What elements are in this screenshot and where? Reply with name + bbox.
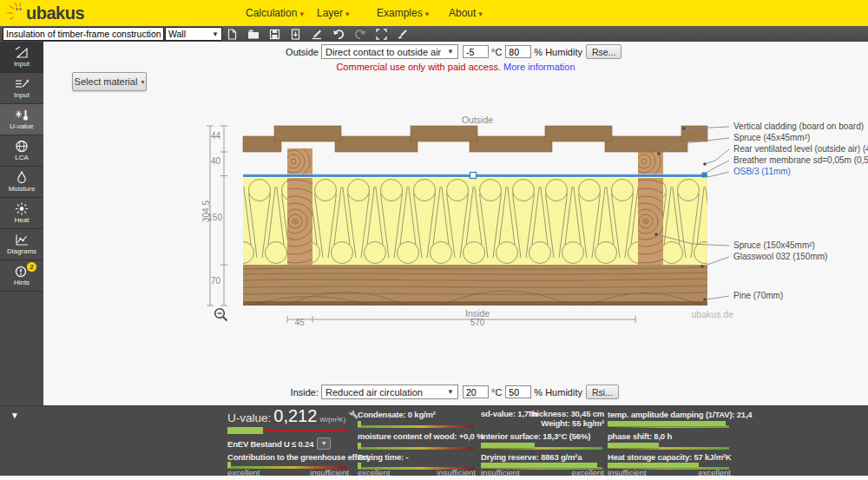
sidebar-item-label: Hints: [14, 279, 30, 286]
inside-condition-select[interactable]: Reduced air circulation ▼: [321, 385, 458, 399]
menu-examples[interactable]: Examples▾: [377, 7, 429, 19]
new-document-icon[interactable]: [227, 29, 238, 40]
membrane-osb-layer[interactable]: [243, 173, 707, 179]
standard-select-button[interactable]: ▼: [317, 437, 331, 450]
sidebar-item-label: Moisture: [9, 185, 36, 193]
more-information-link[interactable]: More information: [503, 62, 575, 72]
sidebar-item-input-geometry[interactable]: Input: [0, 42, 43, 73]
fit-view-icon[interactable]: [376, 29, 387, 40]
rse-button[interactable]: Rse...: [586, 44, 621, 59]
redo-icon[interactable]: [354, 29, 366, 40]
greenhouse-label: Contribution to the greenhouse effect:: [227, 452, 372, 462]
phase-shift-fill: [608, 443, 659, 449]
results-panel: ▼ U-value: 0,212 W/(m²K) EnEV Bestand U …: [0, 405, 868, 477]
chevron-down-icon: ▼: [447, 48, 454, 56]
phase-shift-label: phase shift: 8,0 h: [608, 431, 672, 441]
menu-layer[interactable]: Layer▾: [317, 7, 350, 19]
license-notice: Commercial use only with paid access. Mo…: [308, 62, 603, 72]
sidebar-item-input-list[interactable]: Input: [0, 73, 43, 104]
u-value-bar-remainder: [263, 430, 347, 431]
inside-humidity-input[interactable]: [505, 385, 531, 398]
bottom-strip: [0, 476, 868, 480]
cladding-layer[interactable]: [243, 126, 707, 152]
sidebar-item-lca[interactable]: LCA: [0, 135, 43, 167]
u-value-label: U-value:: [227, 411, 271, 424]
results-col-moisture: Condensate: 0 kg/m² moisture content of …: [358, 406, 476, 477]
sun-icon: [15, 202, 29, 215]
sign-icon[interactable]: [311, 29, 323, 40]
dim-cladding: 44: [203, 131, 220, 141]
layer-label-spruce-45[interactable]: Spruce (45x45mm²): [733, 133, 810, 142]
list-pen-icon: [15, 77, 30, 90]
logo-text: ubakus: [26, 3, 84, 23]
magnifier-minus-icon: [214, 307, 229, 323]
ubakus-app: ubakus Calculation▾ Layer▾ Examples▾ Abo…: [0, 0, 868, 480]
dim-total: 304,5: [201, 190, 211, 233]
wood-moisture-marker: [358, 443, 361, 450]
construction-drawing[interactable]: [198, 117, 733, 330]
logo[interactable]: ubakus: [7, 2, 84, 24]
layer-drag-handle[interactable]: [470, 173, 477, 179]
zoom-out-button[interactable]: [214, 307, 229, 323]
header-bar: ubakus Calculation▾ Layer▾ Examples▾ Abo…: [0, 0, 868, 26]
wood-moisture-label: moisture content of wood: +0,0 %: [358, 431, 483, 441]
sidebar-item-label: U-value: [10, 122, 34, 130]
layer-label-ventilation[interactable]: Rear ventilated level (outside air) (40m…: [733, 144, 868, 154]
pine-layer[interactable]: [243, 265, 707, 306]
rsi-button[interactable]: Rsi...: [586, 385, 619, 399]
inside-label: Inside:: [279, 387, 319, 398]
outside-humidity-unit: % Humidity: [534, 47, 582, 57]
inside-temperature-unit: °C: [491, 387, 502, 398]
dim-pine: 70: [203, 276, 220, 286]
outside-temperature-input[interactable]: [463, 45, 489, 58]
inside-humidity-unit: % Humidity: [534, 387, 582, 398]
interior-surface-fill: [481, 443, 535, 449]
inside-temperature-input[interactable]: [463, 385, 489, 398]
outside-humidity-input[interactable]: [505, 45, 531, 58]
save-icon[interactable]: [269, 29, 280, 40]
dim-ventilation: 40: [203, 156, 220, 166]
sidebar-item-u-value[interactable]: U-value: [0, 104, 43, 135]
chevron-down-icon: ▾: [141, 78, 144, 86]
sidebar-item-hints[interactable]: 2 Hints: [0, 260, 43, 292]
construction-type-select[interactable]: Wall ▼: [165, 27, 222, 41]
layer-label-cladding[interactable]: Vertical cladding (board on board): [733, 122, 864, 131]
drawing-outside-label: Outside: [425, 115, 529, 125]
layer-label-osb-selected[interactable]: OSB/3 (11mm): [733, 167, 791, 176]
enev-standard-label: EnEV Bestand U ≤ 0.24: [227, 439, 313, 449]
phase-shift-bar: [608, 443, 729, 450]
drying-time-label: Drying time: -: [358, 452, 408, 462]
layer-label-pine[interactable]: Pine (70mm): [733, 291, 783, 300]
chevron-down-icon: ▾: [425, 10, 430, 18]
layer-label-membrane[interactable]: Breather membrane sd=0,05m (0,5mm): [733, 155, 868, 165]
glasswool-layer[interactable]: [243, 178, 707, 265]
sidebar-item-diagrams[interactable]: Diagrams: [0, 229, 43, 260]
outside-condition-select[interactable]: Direct contact to outside air ▼: [321, 44, 458, 59]
outside-label: Outside: [279, 47, 319, 57]
layer-label-glasswool[interactable]: Glasswool 032 (150mm): [733, 252, 827, 261]
inside-conditions-row: Inside: Reduced air circulation ▼ °C % H…: [279, 385, 619, 399]
menu-calculation[interactable]: Calculation▾: [246, 7, 304, 19]
chevron-down-icon: ▾: [299, 10, 304, 18]
chevron-down-icon: ▼: [212, 30, 219, 38]
main-canvas: Outside Direct contact to outside air ▼ …: [43, 42, 868, 405]
menu-about[interactable]: About▾: [449, 7, 483, 19]
dim-stud-width: 45: [286, 318, 312, 327]
sidebar-item-label: LCA: [15, 154, 29, 161]
layer-label-spruce-150[interactable]: Spruce (150x45mm²): [733, 240, 815, 250]
u-value-bar-fill: [227, 427, 263, 434]
collapse-panel-button[interactable]: ▼: [10, 411, 19, 420]
results-col-surface: sd-value: 1,7 m Thickness: 30,45 cm Weig…: [481, 406, 604, 477]
select-material-button[interactable]: Select material ▾: [72, 72, 147, 91]
amplitude-damping-label: temp. amplitude damping (1/TAV): 21,4: [608, 410, 752, 419]
heat-storage-label: Heat storage capacity: 57 kJ/m²K: [608, 452, 732, 462]
open-folder-icon[interactable]: [247, 29, 260, 40]
sidebar-item-moisture[interactable]: Moisture: [0, 167, 43, 198]
sidebar-item-heat[interactable]: Heat: [0, 198, 43, 229]
paint-brush-icon[interactable]: [397, 29, 408, 40]
interior-surface-bar: [481, 443, 602, 450]
wood-moisture-bar: [358, 443, 474, 450]
undo-icon[interactable]: [332, 29, 345, 40]
export-pdf-icon[interactable]: [290, 29, 301, 40]
project-name-input[interactable]: [3, 27, 164, 41]
